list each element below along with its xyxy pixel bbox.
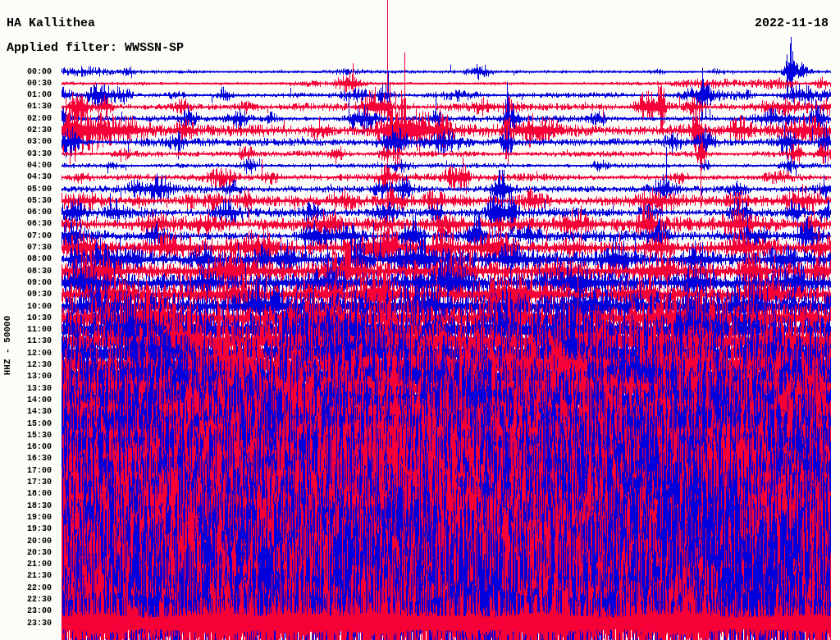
time-label: 09:30: [0, 290, 52, 299]
time-label: 02:00: [0, 115, 52, 123]
time-label: 22:00: [0, 584, 52, 592]
time-label: 15:30: [0, 432, 52, 440]
time-label: 21:00: [0, 560, 52, 569]
time-label: 06:00: [0, 208, 52, 217]
time-label: 10:30: [0, 314, 52, 322]
time-label: 12:30: [0, 361, 52, 369]
time-label: 20:00: [0, 537, 52, 546]
time-label: 02:30: [0, 126, 52, 135]
time-label: 20:30: [0, 549, 52, 557]
time-label: 16:30: [0, 455, 52, 463]
time-label: 11:30: [0, 337, 52, 345]
time-label: 15:00: [0, 420, 52, 428]
time-label: 05:00: [0, 185, 52, 194]
time-label: 13:00: [0, 373, 52, 381]
time-label: 07:30: [0, 244, 52, 252]
time-label: 01:00: [0, 91, 52, 99]
time-label: 14:00: [0, 396, 52, 405]
time-label: 19:00: [0, 514, 52, 522]
time-label: 18:30: [0, 502, 52, 510]
time-label: 01:30: [0, 103, 52, 111]
time-label: 09:00: [0, 279, 52, 287]
time-label: 11:00: [0, 326, 52, 334]
time-label: 07:00: [0, 232, 52, 240]
time-label: 17:00: [0, 467, 52, 475]
time-label: 08:00: [0, 255, 52, 263]
time-label: 00:30: [0, 80, 52, 88]
time-label: 03:00: [0, 138, 52, 146]
time-label: 04:30: [0, 173, 52, 181]
helicorder-plot: [0, 0, 840, 640]
time-label: 03:30: [0, 150, 52, 158]
time-label: 00:00: [0, 68, 52, 76]
time-axis: 00:0000:3001:0001:3002:0002:3003:0003:30…: [0, 0, 52, 640]
time-label: 14:30: [0, 408, 52, 416]
time-label: 21:30: [0, 572, 52, 580]
time-label: 05:30: [0, 197, 52, 205]
time-label: 22:30: [0, 596, 52, 604]
time-label: 17:30: [0, 478, 52, 487]
time-label: 06:30: [0, 220, 52, 228]
time-label: 16:00: [0, 443, 52, 451]
time-label: 10:00: [0, 303, 52, 311]
plot-date: 2022-11-18: [755, 16, 829, 30]
time-label: 23:00: [0, 607, 52, 615]
time-label: 12:00: [0, 350, 52, 358]
time-label: 13:30: [0, 385, 52, 393]
time-label: 23:30: [0, 619, 52, 628]
time-label: 19:30: [0, 525, 52, 533]
time-label: 18:00: [0, 490, 52, 498]
time-label: 08:30: [0, 267, 52, 276]
time-label: 04:00: [0, 162, 52, 170]
